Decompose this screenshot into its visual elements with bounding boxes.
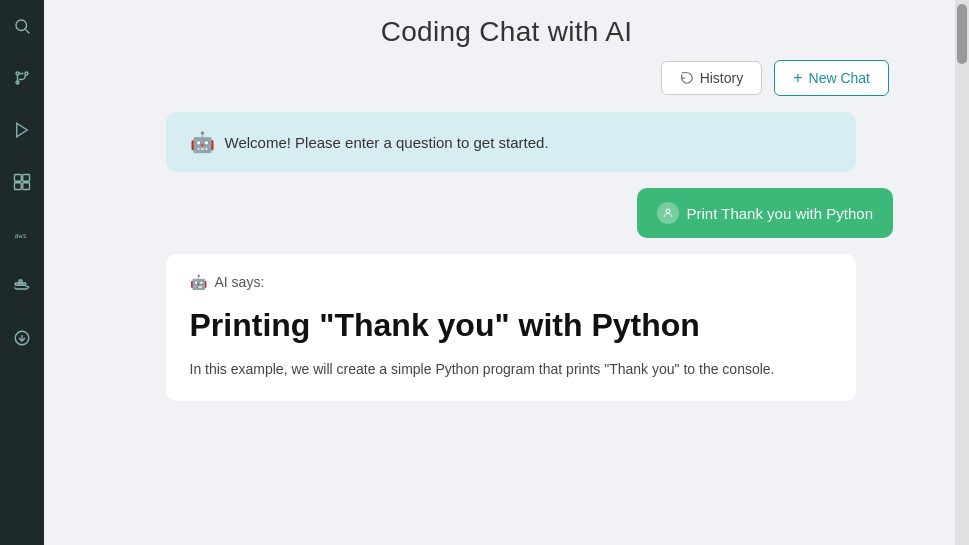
sidebar-item-docker[interactable] <box>8 272 36 300</box>
sidebar-item-branch[interactable] <box>8 64 36 92</box>
new-chat-button[interactable]: + New Chat <box>774 60 889 96</box>
page-title: Coding Chat with AI <box>381 16 633 48</box>
sidebar-item-deploy[interactable] <box>8 116 36 144</box>
sidebar-item-aws[interactable]: aws <box>8 220 36 248</box>
svg-point-2 <box>16 72 19 75</box>
ai-robot-icon: 🤖 <box>190 274 207 290</box>
scrollbar-track[interactable] <box>955 0 969 545</box>
scrollbar-thumb[interactable] <box>957 4 967 64</box>
ai-response-title: Printing "Thank you" with Python <box>190 306 832 344</box>
chat-area[interactable]: 🤖 Welcome! Please enter a question to ge… <box>44 112 969 545</box>
main-panel: Coding Chat with AI History + New Chat 🤖… <box>44 0 969 545</box>
robot-icon: 🤖 <box>190 130 215 154</box>
history-button[interactable]: History <box>661 61 763 95</box>
svg-rect-13 <box>23 283 26 285</box>
svg-point-3 <box>25 72 28 75</box>
svg-text:aws: aws <box>15 232 27 240</box>
new-chat-label: New Chat <box>809 70 870 86</box>
header: Coding Chat with AI <box>44 0 969 60</box>
svg-point-0 <box>16 20 27 31</box>
user-message-wrapper: Print Thank you with Python <box>68 188 953 238</box>
svg-rect-7 <box>23 175 30 182</box>
svg-rect-6 <box>15 175 22 182</box>
ai-says-row: 🤖 AI says: <box>190 274 832 290</box>
welcome-text: Welcome! Please enter a question to get … <box>225 134 549 151</box>
svg-rect-9 <box>23 183 30 190</box>
user-bubble: Print Thank you with Python <box>637 188 894 238</box>
svg-rect-14 <box>19 280 22 282</box>
history-label: History <box>700 70 744 86</box>
svg-rect-11 <box>15 283 18 285</box>
toolbar: History + New Chat <box>44 60 969 112</box>
svg-marker-5 <box>17 123 28 137</box>
svg-rect-12 <box>19 283 22 285</box>
user-message-text: Print Thank you with Python <box>687 205 874 222</box>
sidebar-item-search[interactable] <box>8 12 36 40</box>
ai-response-body: In this example, we will create a simple… <box>190 358 832 380</box>
welcome-message: 🤖 Welcome! Please enter a question to ge… <box>166 112 856 172</box>
sidebar: aws <box>0 0 44 545</box>
svg-line-1 <box>25 29 29 33</box>
sidebar-item-extensions[interactable] <box>8 168 36 196</box>
svg-point-17 <box>666 209 670 213</box>
svg-rect-8 <box>15 183 22 190</box>
sidebar-item-download[interactable] <box>8 324 36 352</box>
user-avatar-icon <box>657 202 679 224</box>
ai-response-card: 🤖 AI says: Printing "Thank you" with Pyt… <box>166 254 856 401</box>
ai-says-label: AI says: <box>215 274 265 290</box>
